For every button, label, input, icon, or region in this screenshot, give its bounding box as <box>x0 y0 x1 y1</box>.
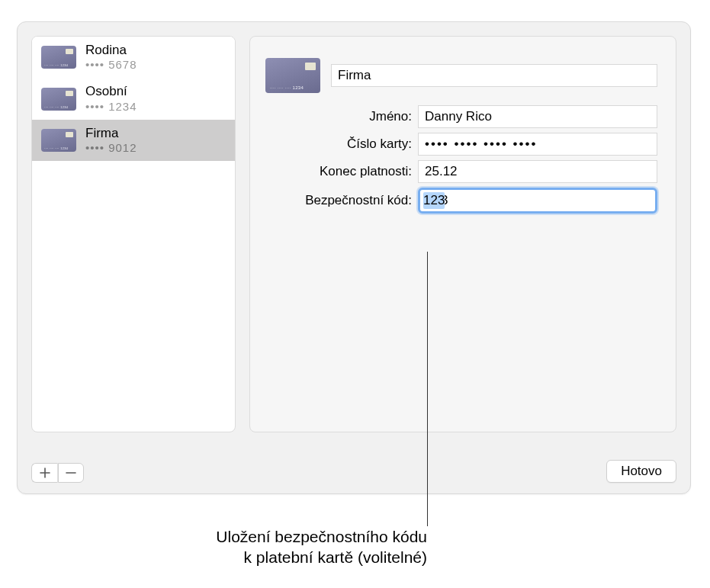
callout-line1: Uložení bezpečnostního kódu <box>216 528 427 545</box>
sidebar-text: Osobní •••• 1234 <box>85 84 137 113</box>
sidebar-item-firma[interactable]: Firma •••• 9012 <box>32 120 235 161</box>
callout-text: Uložení bezpečnostního kódu k platební k… <box>130 526 427 568</box>
remove-card-button[interactable] <box>58 463 84 483</box>
add-card-button[interactable] <box>31 463 57 483</box>
security-code-input[interactable] <box>418 188 657 214</box>
card-last4: •••• 9012 <box>85 141 137 155</box>
content-row: Rodina •••• 5678 Osobní •••• 1234 Firma … <box>31 36 676 432</box>
label-name: Jméno: <box>265 109 418 124</box>
detail-header <box>265 58 657 93</box>
done-button[interactable]: Hotovo <box>606 460 676 483</box>
callout-leader-line <box>427 252 428 526</box>
cardholder-name-input[interactable] <box>418 105 657 128</box>
cards-sidebar: Rodina •••• 5678 Osobní •••• 1234 Firma … <box>31 36 236 432</box>
label-security: Bezpečnostní kód: <box>265 193 418 208</box>
credit-card-icon <box>265 58 320 93</box>
sidebar-item-rodina[interactable]: Rodina •••• 5678 <box>32 37 235 78</box>
label-expiry: Konec platnosti: <box>265 164 418 179</box>
payment-cards-window: Rodina •••• 5678 Osobní •••• 1234 Firma … <box>17 21 691 494</box>
card-title: Osobní <box>85 84 137 99</box>
card-last4: •••• 1234 <box>85 100 137 114</box>
credit-card-icon <box>41 129 76 152</box>
expiry-input[interactable] <box>418 160 657 183</box>
callout-line2: k platební kartě (volitelné) <box>244 548 427 566</box>
field-row-number: Číslo karty: <box>265 133 657 156</box>
field-row-security: Bezpečnostní kód: 123 <box>265 188 657 214</box>
field-row-expiry: Konec platnosti: <box>265 160 657 183</box>
card-last4: •••• 5678 <box>85 58 137 72</box>
plus-icon <box>40 468 50 478</box>
card-name-input[interactable] <box>331 64 657 87</box>
field-row-name: Jméno: <box>265 105 657 128</box>
minus-icon <box>66 468 76 478</box>
card-detail-panel: Jméno: Číslo karty: Konec platnosti: Bez… <box>249 36 676 432</box>
card-title: Rodina <box>85 43 137 58</box>
card-title: Firma <box>85 126 137 141</box>
sidebar-item-osobni[interactable]: Osobní •••• 1234 <box>32 78 235 119</box>
label-number: Číslo karty: <box>265 137 418 152</box>
credit-card-icon <box>41 46 76 69</box>
sidebar-text: Rodina •••• 5678 <box>85 43 137 72</box>
credit-card-icon <box>41 88 76 111</box>
card-number-input[interactable] <box>418 133 657 156</box>
add-remove-toolbar <box>31 463 84 483</box>
sidebar-text: Firma •••• 9012 <box>85 126 137 155</box>
security-input-wrap: 123 <box>418 188 657 214</box>
